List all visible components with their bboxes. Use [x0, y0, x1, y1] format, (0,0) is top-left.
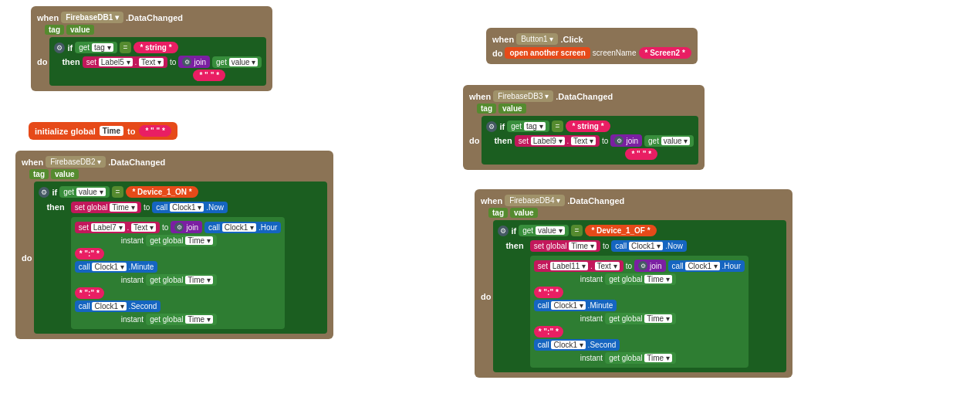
block3-call-clock-now[interactable]: call Clock1 ▾ .Now [152, 202, 228, 213]
block5-get-tag[interactable]: get tag ▾ [507, 120, 549, 132]
block6-gear[interactable]: ⚙ [498, 226, 509, 236]
block5-tag: tag [477, 104, 496, 114]
block5-join-str[interactable]: * " " * [625, 148, 657, 160]
block3-instant2: instant [121, 276, 144, 284]
block6-set-global-time[interactable]: set global Time ▾ [530, 240, 600, 252]
block3-sep2[interactable]: * ":" * [75, 287, 104, 299]
block3-get-global-time1[interactable]: get global Time ▾ [146, 235, 217, 246]
block2-container: initialize global Time to * " " * [29, 122, 177, 140]
block1-tag: tag [45, 25, 64, 35]
block4-open-screen[interactable]: open another screen [505, 47, 590, 59]
block5-event: .DataChanged [556, 92, 613, 101]
block1-value: value [66, 25, 94, 35]
block5-gear[interactable]: ⚙ [486, 121, 497, 132]
block3-to2: to [162, 223, 168, 232]
block3-when: when [22, 158, 43, 167]
block5-equals[interactable]: = [552, 120, 564, 132]
block5-then: then [494, 136, 512, 145]
block1-event: .DataChanged [126, 13, 183, 22]
block1-do-label: do [37, 57, 47, 66]
block3-join-gear[interactable]: ⚙ [174, 222, 184, 232]
block6-call-hour[interactable]: call Clock1 ▾ .Hour [668, 260, 745, 272]
block3-tag: tag [29, 169, 49, 179]
block3-call-hour[interactable]: call Clock1 ▾ .Hour [204, 222, 281, 233]
block3-join[interactable]: ⚙ join [171, 221, 202, 233]
block6-sep1[interactable]: * ":" * [534, 287, 563, 298]
block1-join[interactable]: ⚙ join [178, 56, 210, 68]
block6-call-clock-now[interactable]: call Clock1 ▾ .Now [611, 240, 687, 252]
block4-click: .Click [560, 35, 583, 44]
block3-equals[interactable]: = [112, 186, 124, 198]
block3-set-label7[interactable]: set Label7 ▾ . Text ▾ [75, 222, 160, 233]
block3-gear[interactable]: ⚙ [39, 187, 49, 198]
block4-button1[interactable]: Button1 ▾ [516, 33, 558, 45]
block2-init-val[interactable]: * " " * [139, 125, 171, 137]
block3-call-minute[interactable]: call Clock1 ▾ .Minute [75, 261, 158, 273]
block6-sep2[interactable]: * ":" * [534, 326, 563, 338]
block5-join-gear[interactable]: ⚙ [614, 136, 623, 145]
block3-if: if [52, 188, 57, 197]
block6-instant3: instant [580, 354, 603, 362]
block4-screen2[interactable]: * Screen2 * [639, 47, 691, 59]
block5-value: value [498, 104, 526, 114]
block1-get-tag[interactable]: get tag ▾ [75, 42, 117, 53]
block1-if-label: if [67, 43, 73, 53]
block5-if: if [499, 122, 505, 131]
block6-firebase[interactable]: FirebaseDB4 ▾ [505, 195, 565, 206]
block1-join-str[interactable]: * " " * [193, 70, 225, 81]
block2-time-name[interactable]: Time [100, 126, 123, 136]
block6-call-second[interactable]: call Clock1 ▾ .Second [534, 339, 620, 351]
block6-if: if [511, 226, 516, 236]
block1-join-gear[interactable]: ⚙ [182, 57, 191, 66]
block3-event: .DataChanged [108, 158, 165, 167]
block6-get-global-time3[interactable]: get global Time ▾ [605, 352, 676, 364]
block3-get-value[interactable]: get value ▾ [59, 186, 109, 198]
block6-join-gear[interactable]: ⚙ [638, 261, 647, 270]
block3-set-global-time[interactable]: set global Time ▾ [71, 202, 141, 213]
block6-then: then [505, 241, 523, 250]
block5-set-label9[interactable]: set Label9 ▾ . Text ▾ [515, 135, 600, 147]
block5-join[interactable]: ⚙ join [610, 134, 642, 147]
block5-to: to [602, 137, 608, 145]
block4-do: do [492, 49, 502, 58]
block2-to-label: to [127, 127, 135, 136]
block6-value: value [510, 208, 538, 218]
block5-string-val[interactable]: * string * [566, 120, 610, 132]
block1-firebase-db1[interactable]: FirebaseDB1 ▾ [61, 12, 123, 23]
canvas: when FirebaseDB1 ▾ .DataChanged tag valu… [0, 0, 980, 414]
block3-sep1[interactable]: * ":" * [75, 248, 104, 260]
block6-get-global-time1[interactable]: get global Time ▾ [605, 273, 676, 285]
block3-get-global-time2[interactable]: get global Time ▾ [146, 274, 217, 286]
block6-set-label11[interactable]: set Label11 ▾ . Text ▾ [534, 260, 623, 272]
block6-call-minute[interactable]: call Clock1 ▾ .Minute [534, 300, 617, 311]
block6-device-val[interactable]: * Device_1_OF * [585, 225, 656, 236]
block3-call-second[interactable]: call Clock1 ▾ .Second [75, 300, 161, 312]
block5-container: when FirebaseDB3 ▾ .DataChanged tag valu… [463, 85, 705, 170]
block4-when: when [492, 35, 514, 44]
block6-equals[interactable]: = [571, 225, 583, 236]
block3-get-global-time3[interactable]: get global Time ▾ [146, 314, 217, 325]
block6-get-value[interactable]: get value ▾ [519, 225, 568, 236]
block3-then: then [46, 202, 64, 212]
block5-firebase[interactable]: FirebaseDB3 ▾ [493, 90, 553, 102]
block1-container: when FirebaseDB1 ▾ .DataChanged tag valu… [31, 6, 272, 91]
block1-to: to [170, 58, 176, 66]
block1-then-label: then [62, 57, 79, 66]
block3-firebase[interactable]: FirebaseDB2 ▾ [46, 156, 106, 168]
block6-get-global-time2[interactable]: get global Time ▾ [605, 313, 676, 324]
block3-value: value [51, 169, 79, 179]
block6-to1: to [603, 242, 609, 250]
block1-set-label5[interactable]: set Label5 ▾ . Text ▾ [83, 56, 167, 68]
block6-event: .DataChanged [567, 196, 624, 205]
block1-gear[interactable]: ⚙ [54, 42, 65, 53]
block1-get-value[interactable]: get value ▾ [212, 56, 262, 68]
block6-join[interactable]: ⚙ join [634, 260, 666, 272]
block1-string-val[interactable]: * string * [133, 42, 177, 53]
block6-container: when FirebaseDB4 ▾ .DataChanged tag valu… [475, 189, 792, 378]
block3-do: do [22, 253, 32, 263]
block3-device-val[interactable]: * Device_1_ON * [126, 186, 198, 198]
block1-equals[interactable]: = [120, 42, 132, 53]
block5-do: do [469, 136, 479, 145]
block1-when-label: when [37, 13, 59, 22]
block5-get-value[interactable]: get value ▾ [644, 135, 694, 147]
